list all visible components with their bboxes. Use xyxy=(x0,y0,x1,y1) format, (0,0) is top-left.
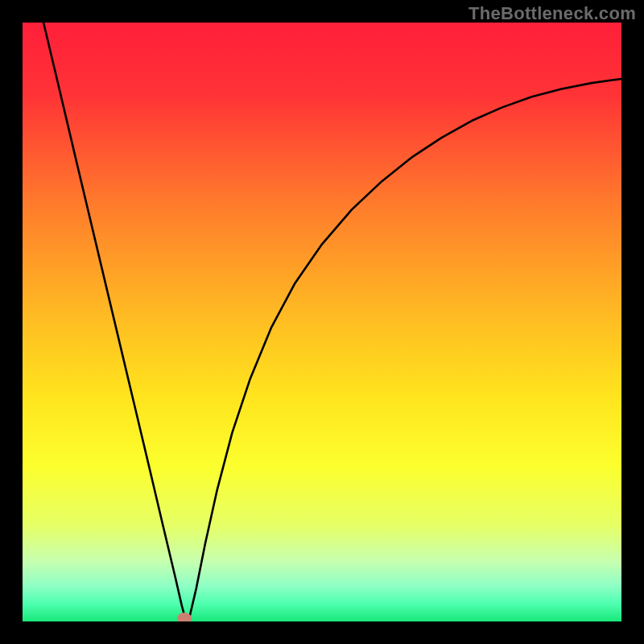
bottleneck-curve xyxy=(23,23,621,621)
chart-frame: TheBottleneck.com xyxy=(0,0,644,644)
watermark-text: TheBottleneck.com xyxy=(469,3,636,24)
plot-area xyxy=(23,23,621,621)
datapoint-marker xyxy=(177,613,192,621)
